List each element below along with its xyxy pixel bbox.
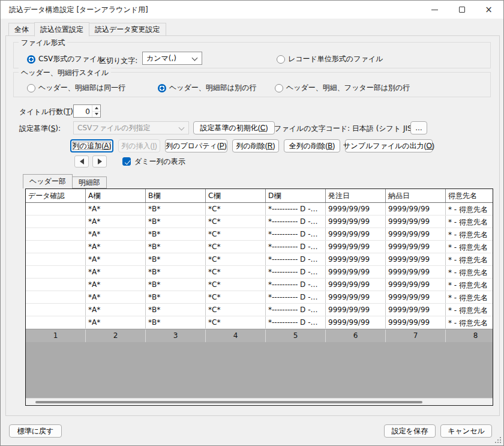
grid-cell[interactable]: * - 得意先名 [446, 241, 493, 253]
grid-header-cell[interactable]: 得意先名 [446, 189, 493, 202]
cancel-button[interactable]: キャンセル [440, 424, 492, 438]
column-properties-button[interactable]: 列のプロパティ(P) [165, 139, 227, 152]
grid-cell[interactable]: * - 得意先名 [446, 228, 493, 240]
grid-cell[interactable] [26, 316, 86, 328]
dummy-columns-checkbox[interactable] [122, 157, 131, 166]
grid-cell[interactable] [26, 279, 86, 291]
grid-cell[interactable]: *B* [146, 304, 206, 316]
grid-cell[interactable] [26, 228, 86, 240]
grid-header-cell[interactable]: B欄 [146, 189, 206, 202]
scroll-right-button[interactable] [92, 155, 107, 167]
grid-cell[interactable]: *B* [146, 266, 206, 278]
grid-row[interactable]: *A**B**C**---------- D -…9999/99/999999/… [26, 266, 493, 279]
grid-cell[interactable]: *B* [146, 203, 206, 215]
maximize-button[interactable] [448, 1, 475, 19]
grid-column-number[interactable]: 6 [326, 330, 386, 342]
grid-row[interactable]: *A**B**C**---------- D -…9999/99/999999/… [26, 253, 493, 266]
grid-cell[interactable]: 9999/99/99 [326, 253, 386, 265]
grid-cell[interactable]: *A* [86, 203, 146, 215]
grid-cell[interactable]: *A* [86, 291, 146, 303]
radio-record-unit-file[interactable]: レコード単位形式のファイル [277, 54, 383, 64]
grid-cell[interactable]: 9999/99/99 [386, 241, 446, 253]
grid-column-number[interactable]: 1 [26, 330, 86, 342]
grid-header-cell[interactable]: 発注日 [326, 189, 386, 202]
grid-cell[interactable]: * - 得意先名 [446, 215, 493, 228]
title-row-count-spinner[interactable]: 0 [73, 104, 101, 118]
resize-grip[interactable] [494, 436, 502, 444]
grid-cell[interactable]: 9999/99/99 [386, 279, 446, 291]
grid-cell[interactable]: *C* [206, 279, 266, 291]
tab-read-position-settings[interactable]: 読込位置設定 [34, 22, 89, 37]
grid-cell[interactable]: * - 得意先名 [446, 253, 493, 265]
init-basis-button[interactable]: 設定基準の初期化(C) [193, 121, 275, 134]
grid-cell[interactable]: *---------- D -… [266, 253, 326, 265]
spin-down-button[interactable] [92, 111, 100, 118]
horizontal-scrollbar[interactable] [26, 398, 493, 405]
grid-column-number[interactable]: 3 [146, 330, 206, 342]
grid-cell[interactable]: *B* [146, 241, 206, 253]
grid-cell[interactable]: * - 得意先名 [446, 291, 493, 303]
grid-cell[interactable]: 9999/99/99 [326, 279, 386, 291]
grid-row[interactable]: *A**B**C**---------- D -…9999/99/999999/… [26, 279, 493, 291]
grid-cell[interactable]: *A* [86, 253, 146, 265]
grid-row[interactable]: *A**B**C**---------- D -…9999/99/999999/… [26, 291, 493, 304]
grid-cell[interactable]: *A* [86, 304, 146, 316]
grid-cell[interactable]: *C* [206, 266, 266, 278]
grid-column-number[interactable]: 4 [206, 330, 266, 342]
grid-cell[interactable]: *B* [146, 215, 206, 228]
grid-cell[interactable] [26, 291, 86, 303]
grid-cell[interactable]: 9999/99/99 [386, 253, 446, 265]
delete-all-columns-button[interactable]: 全列の削除(B) [284, 139, 340, 152]
close-button[interactable]: × [475, 1, 502, 19]
grid-cell[interactable]: 9999/99/99 [386, 316, 446, 328]
grid-column-number[interactable]: 5 [266, 330, 326, 342]
grid-cell[interactable]: * - 得意先名 [446, 279, 493, 291]
tab-header-section[interactable]: ヘッダー部 [23, 174, 73, 188]
grid-cell[interactable]: *A* [86, 279, 146, 291]
grid-cell[interactable]: 9999/99/99 [326, 241, 386, 253]
grid-cell[interactable]: *---------- D -… [266, 203, 326, 215]
grid-row[interactable]: *A**B**C**---------- D -…9999/99/999999/… [26, 203, 493, 215]
grid-cell[interactable]: *A* [86, 266, 146, 278]
radio-csv-file[interactable]: CSV形式のファイル [27, 54, 104, 64]
grid-cell[interactable]: 9999/99/99 [326, 215, 386, 228]
grid-cell[interactable]: *---------- D -… [266, 316, 326, 328]
grid-cell[interactable]: *A* [86, 316, 146, 328]
grid-row[interactable]: *A**B**C**---------- D -…9999/99/999999/… [26, 215, 493, 228]
grid-cell[interactable]: *---------- D -… [266, 279, 326, 291]
grid-cell[interactable]: 9999/99/99 [326, 304, 386, 316]
grid-cell[interactable]: * - 得意先名 [446, 304, 493, 316]
grid-column-number[interactable]: 2 [86, 330, 146, 342]
radio-separate-row[interactable]: ヘッダー、明細部は別の行 [158, 83, 256, 93]
grid-cell[interactable]: *B* [146, 228, 206, 240]
grid-cell[interactable]: 9999/99/99 [326, 266, 386, 278]
grid-cell[interactable]: 9999/99/99 [386, 203, 446, 215]
grid-cell[interactable]: *C* [206, 253, 266, 265]
grid-cell[interactable] [26, 304, 86, 316]
sample-file-output-button[interactable]: サンプルファイルの出力(O) [345, 139, 433, 152]
grid-cell[interactable]: 9999/99/99 [386, 215, 446, 228]
grid-cell[interactable]: 9999/99/99 [386, 304, 446, 316]
grid-cell[interactable]: *---------- D -… [266, 241, 326, 253]
grid-cell[interactable]: * - 得意先名 [446, 316, 493, 328]
grid-cell[interactable]: *B* [146, 316, 206, 328]
scroll-left-button[interactable] [74, 155, 89, 167]
grid-cell[interactable]: 9999/99/99 [326, 228, 386, 240]
grid-cell[interactable]: *C* [206, 203, 266, 215]
grid-cell[interactable]: *---------- D -… [266, 266, 326, 278]
horizontal-scrollbar-thumb[interactable] [35, 401, 422, 403]
grid-header-cell[interactable]: A欄 [86, 189, 146, 202]
grid-cell[interactable]: *C* [206, 228, 266, 240]
grid-cell[interactable]: *C* [206, 316, 266, 328]
grid-header-cell[interactable]: C欄 [206, 189, 266, 202]
grid-cell[interactable]: *B* [146, 253, 206, 265]
grid-row[interactable]: *A**B**C**---------- D -…9999/99/999999/… [26, 316, 493, 329]
title-bar[interactable]: 読込データ構造設定 [ターンアラウンド用] × [1, 1, 503, 19]
grid-row[interactable]: *A**B**C**---------- D -…9999/99/999999/… [26, 228, 493, 241]
grid-header-cell[interactable]: D欄 [266, 189, 326, 202]
grid-cell[interactable]: 9999/99/99 [326, 316, 386, 328]
grid-row[interactable]: *A**B**C**---------- D -…9999/99/999999/… [26, 304, 493, 316]
tab-overall[interactable]: 全体 [8, 23, 35, 36]
radio-same-row[interactable]: ヘッダー、明細部は同一行 [27, 83, 125, 93]
grid-cell[interactable] [26, 215, 86, 228]
